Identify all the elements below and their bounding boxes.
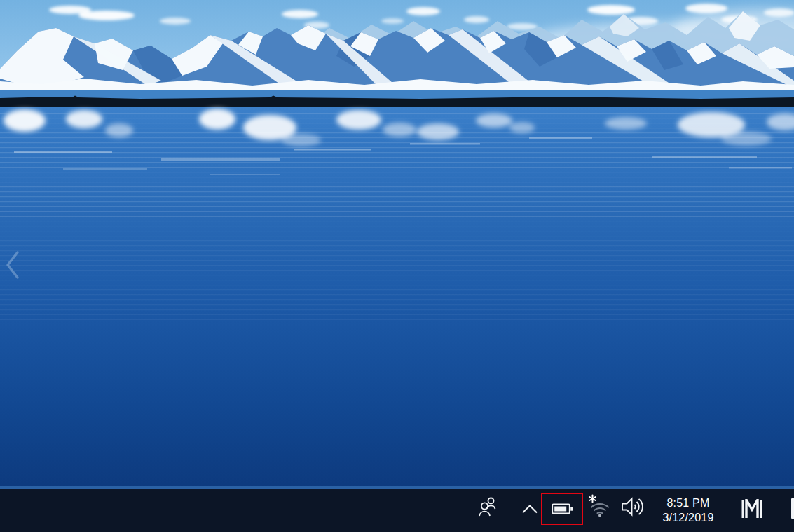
people-icon-glyph xyxy=(479,496,497,519)
volume-icon[interactable] xyxy=(621,496,646,517)
m-logo-glyph xyxy=(741,499,763,519)
wifi-disconnected-icon xyxy=(588,494,610,518)
wifi-icon[interactable] xyxy=(588,494,610,518)
desktop-wallpaper xyxy=(0,0,794,489)
speaker-icon xyxy=(621,496,646,517)
show-hidden-icons-button[interactable] xyxy=(521,503,539,514)
clock-date: 3/12/2019 xyxy=(663,512,714,524)
chevron-left-icon[interactable] xyxy=(4,250,21,280)
taskbar: 8:51 PM 3/12/2019 xyxy=(0,489,794,532)
wallpaper-scene xyxy=(0,0,794,489)
chevron-up-icon xyxy=(521,503,539,514)
people-icon[interactable] xyxy=(479,496,497,519)
battery-icon[interactable] xyxy=(552,502,573,516)
clock-time: 8:51 PM xyxy=(667,497,710,510)
annotation-highlight-box xyxy=(541,493,583,525)
desktop-screen: 8:51 PM 3/12/2019 xyxy=(0,0,794,532)
battery-icon-glyph xyxy=(552,502,573,516)
taskbar-clock[interactable]: 8:51 PM 3/12/2019 xyxy=(650,491,726,529)
wifi-asterisk-badge xyxy=(589,496,596,503)
m-logo-icon[interactable] xyxy=(741,499,763,519)
edge-clipped-icon[interactable] xyxy=(791,498,794,519)
